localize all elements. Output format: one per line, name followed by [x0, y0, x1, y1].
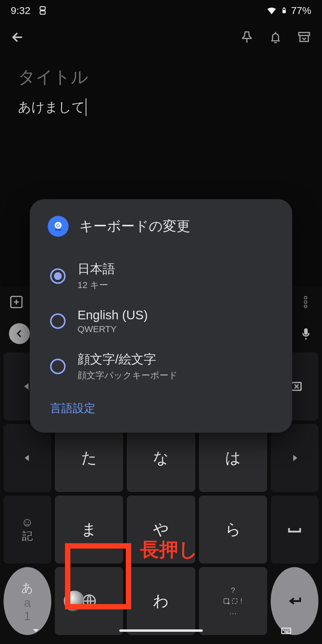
key-ta[interactable]: た — [55, 424, 123, 492]
radio-icon — [50, 359, 66, 374]
touch-glow — [64, 591, 85, 612]
nav-down-icon[interactable] — [30, 625, 42, 637]
key-ra[interactable]: ら — [199, 496, 267, 564]
back-icon[interactable] — [11, 30, 25, 44]
wifi-icon — [266, 5, 277, 16]
keyboard-option-japanese[interactable]: 日本語 12 キー — [48, 252, 274, 300]
svg-rect-4 — [283, 9, 285, 10]
key-space[interactable] — [271, 496, 318, 564]
svg-rect-16 — [284, 631, 288, 632]
note-title-placeholder[interactable]: タイトル — [18, 66, 304, 89]
svg-rect-5 — [299, 32, 309, 35]
expand-chip[interactable] — [9, 323, 30, 344]
svg-rect-3 — [283, 7, 285, 8]
nav-keyboard-icon[interactable] — [280, 625, 292, 637]
nav-home-pill[interactable] — [119, 629, 203, 632]
radio-selected-icon — [50, 268, 66, 284]
radio-icon — [50, 313, 66, 329]
key-emoji-symbol[interactable]: ☺記 — [4, 496, 51, 564]
svg-point-8 — [304, 301, 307, 303]
change-keyboard-dialog: G キーボードの変更 日本語 12 キー English (US) QWERTY… — [30, 199, 292, 433]
svg-rect-19 — [55, 229, 61, 231]
note-body-text[interactable]: あけまして — [18, 98, 86, 116]
archive-icon[interactable] — [297, 30, 311, 44]
battery-percent: 77% — [291, 5, 311, 16]
note-editor[interactable]: タイトル あけまして — [0, 54, 322, 128]
svg-point-9 — [304, 305, 307, 308]
svg-rect-0 — [40, 7, 45, 10]
svg-point-14 — [287, 630, 288, 631]
key-ya[interactable]: や — [127, 496, 195, 564]
svg-text:G: G — [56, 223, 60, 228]
key-ha[interactable]: は — [199, 424, 267, 492]
pin-icon[interactable] — [240, 30, 254, 44]
status-time: 9:32 — [11, 5, 30, 16]
key-ma[interactable]: ま — [55, 496, 123, 564]
key-na[interactable]: な — [127, 424, 195, 492]
more-vert-icon[interactable] — [298, 295, 313, 309]
svg-rect-1 — [40, 11, 45, 14]
reminder-bell-icon[interactable] — [268, 30, 283, 44]
svg-point-15 — [289, 630, 290, 631]
key-cursor-left[interactable] — [4, 424, 51, 492]
key-cursor-right[interactable] — [271, 424, 318, 492]
status-misc-icon — [38, 5, 48, 16]
app-toolbar — [0, 21, 322, 54]
status-bar: 9:32 77% — [0, 0, 322, 21]
dialog-title: キーボードの変更 — [79, 217, 190, 236]
gboard-app-icon: G — [48, 216, 69, 237]
battery-icon — [281, 5, 287, 16]
keyboard-option-kaomoji[interactable]: 顔文字/絵文字 顔文字パックキーボード — [48, 343, 274, 390]
keyboard-option-english[interactable]: English (US) QWERTY — [48, 300, 274, 343]
svg-point-12 — [283, 630, 284, 631]
svg-point-13 — [285, 630, 286, 631]
add-box-icon[interactable] — [9, 295, 24, 309]
svg-rect-11 — [282, 628, 291, 634]
language-settings-link[interactable]: 言語設定 — [48, 390, 274, 418]
system-nav-bar — [0, 617, 322, 644]
svg-point-7 — [304, 296, 307, 299]
mic-icon[interactable] — [299, 326, 313, 341]
